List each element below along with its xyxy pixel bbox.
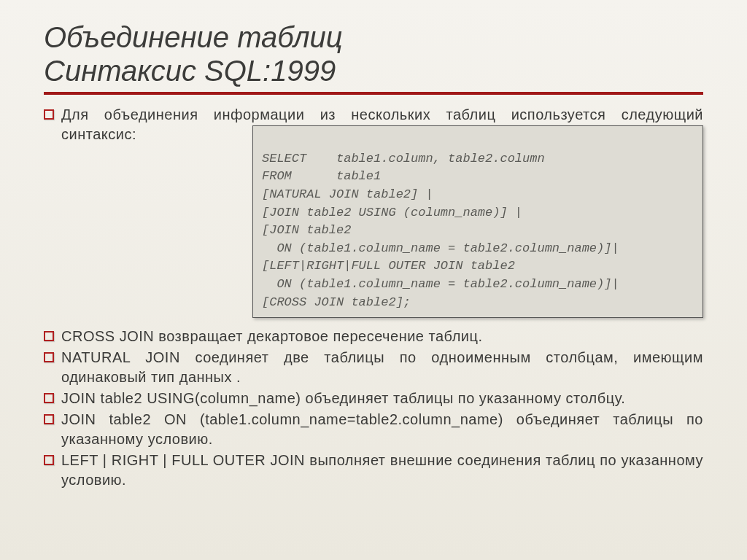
code-box: SELECT table1.column, table2.column FROM… [252, 125, 703, 318]
list-item: CROSS JOIN возвращает декартовое пересеч… [44, 327, 703, 346]
bullet-text: CROSS JOIN возвращает декартовое пересеч… [61, 327, 703, 346]
bullet-text: LEFT | RIGHT | FULL OUTER JOIN выполняет… [61, 451, 703, 490]
title-line-2: Синтаксис SQL:1999 [44, 55, 336, 87]
code-line: [CROSS JOIN table2]; [262, 295, 411, 309]
bullet-icon [44, 109, 54, 120]
code-line: [LEFT|RIGHT|FULL OUTER JOIN table2 [262, 259, 515, 273]
slide-title: Объединение таблиц Синтаксис SQL:1999 [44, 20, 703, 88]
code-line: ON (table1.column_name = table2.column_n… [262, 241, 619, 255]
bullet-icon [44, 331, 54, 341]
bullet-icon [44, 393, 54, 403]
code-line: [JOIN table2 [262, 223, 351, 237]
bullet-icon [44, 414, 54, 424]
code-line: [JOIN table2 USING (column_name)] | [262, 206, 522, 219]
list-item: JOIN table2 ON (table1.column_name=table… [44, 410, 703, 449]
title-underline [44, 92, 703, 95]
list-item: LEFT | RIGHT | FULL OUTER JOIN выполняет… [44, 451, 703, 490]
list-item: JOIN table2 USING(column_name) объединяе… [44, 389, 703, 408]
bullet-text: JOIN table2 ON (table1.column_name=table… [61, 410, 703, 449]
list-item: NATURAL JOIN соединяет две таблицы по од… [44, 348, 703, 387]
bullet-text: NATURAL JOIN соединяет две таблицы по од… [61, 348, 703, 387]
code-line: SELECT table1.column, table2.column [262, 152, 545, 166]
code-line: [NATURAL JOIN table2] | [262, 187, 433, 201]
bullet-icon [44, 352, 54, 362]
bullet-icon [44, 455, 54, 465]
title-line-1: Объединение таблиц [44, 21, 343, 53]
bullet-text: JOIN table2 USING(column_name) объединяе… [61, 389, 703, 408]
code-line: ON (table1.column_name = table2.column_n… [262, 277, 619, 291]
code-line: FROM table1 [262, 169, 381, 183]
bullet-list: CROSS JOIN возвращает декартовое пересеч… [44, 327, 703, 490]
slide: Объединение таблиц Синтаксис SQL:1999 Дл… [0, 0, 747, 506]
